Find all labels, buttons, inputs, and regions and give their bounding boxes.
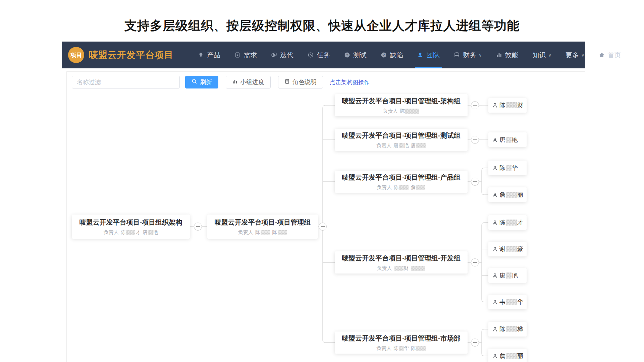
redacted-text bbox=[416, 143, 426, 148]
owner-label: 负责人 bbox=[377, 184, 392, 191]
name-text: 詹 bbox=[499, 352, 505, 360]
redacted-text bbox=[405, 109, 419, 113]
member-card[interactable]: 陈才 bbox=[488, 215, 527, 230]
redacted-text bbox=[416, 346, 426, 351]
group-title: 唛盟云开发平台项目-项目管理组-架构组 bbox=[342, 97, 460, 106]
collapse-toggle[interactable] bbox=[471, 136, 479, 144]
redacted-text bbox=[399, 185, 409, 190]
redacted-text bbox=[506, 326, 517, 332]
redacted-text bbox=[399, 346, 404, 351]
name-text: 陈 bbox=[499, 164, 505, 172]
member-icon bbox=[492, 246, 498, 252]
name-text: 唐 bbox=[143, 229, 148, 235]
name-text: 财 bbox=[517, 101, 523, 109]
redacted-text bbox=[506, 192, 517, 197]
member-card[interactable]: 詹丽 bbox=[488, 349, 527, 362]
leader-name: 陈华 bbox=[393, 345, 409, 352]
collapse-toggle[interactable] bbox=[471, 258, 479, 266]
owner-label: 负责人 bbox=[383, 108, 398, 114]
owner-label: 负责人 bbox=[376, 345, 391, 352]
member-card[interactable]: 陈财 bbox=[488, 98, 527, 113]
name-text: 陈 bbox=[255, 229, 260, 235]
name-text: 华 bbox=[512, 164, 518, 172]
name-text: 丽 bbox=[517, 191, 523, 199]
leader-name: 唐艳 bbox=[393, 142, 409, 149]
redacted-text bbox=[506, 102, 517, 108]
redacted-text bbox=[394, 266, 404, 270]
name-text: 华 bbox=[517, 298, 523, 306]
name-text: 谢 bbox=[499, 245, 505, 253]
manager-group-node[interactable]: 唛盟云开发平台项目-项目管理组负责人陈陈 bbox=[207, 215, 318, 239]
group-title: 唛盟云开发平台项目-项目管理组-产品组 bbox=[342, 173, 460, 182]
redacted-text bbox=[148, 230, 153, 235]
name-text: 艳 bbox=[404, 142, 409, 148]
name-text: 詹 bbox=[411, 184, 416, 190]
group-leaders: 负责人财 bbox=[377, 265, 426, 272]
name-text: 陈 bbox=[400, 108, 405, 114]
redacted-text bbox=[506, 137, 512, 142]
member-card[interactable]: 谢豪 bbox=[488, 242, 527, 256]
name-text: 唐 bbox=[499, 136, 505, 144]
name-text: 陈 bbox=[499, 325, 505, 333]
name-text: 财 bbox=[404, 265, 409, 271]
group-leaders: 负责人陈詹 bbox=[377, 184, 426, 191]
redacted-text bbox=[506, 220, 517, 225]
leader-name: 陈 bbox=[400, 108, 419, 114]
group-node[interactable]: 唛盟云开发平台项目-项目管理组-市场部负责人陈华陈 bbox=[335, 331, 468, 354]
redacted-text bbox=[506, 165, 512, 171]
collapse-toggle[interactable] bbox=[471, 101, 479, 109]
redacted-text bbox=[506, 353, 517, 359]
name-text: 詹 bbox=[499, 191, 505, 199]
group-leaders: 负责人唐艳唐 bbox=[376, 142, 426, 149]
name-text: 韦 bbox=[499, 298, 505, 306]
member-name: 唐艳 bbox=[499, 136, 518, 144]
member-card[interactable]: 詹丽 bbox=[488, 187, 527, 202]
group-title: 唛盟云开发平台项目-项目管理组-开发组 bbox=[342, 254, 460, 263]
collapse-toggle[interactable] bbox=[319, 223, 327, 231]
leader-name: 唐艳 bbox=[143, 229, 158, 236]
collapse-toggle[interactable] bbox=[471, 178, 479, 186]
group-title: 唛盟云开发平台项目-项目管理组-测试组 bbox=[342, 131, 460, 140]
member-card[interactable]: 韦华 bbox=[488, 295, 527, 309]
member-card[interactable]: 陈桦 bbox=[488, 322, 527, 337]
group-node[interactable]: 唛盟云开发平台项目-项目管理组-产品组负责人陈詹 bbox=[335, 171, 468, 193]
name-text: 陈 bbox=[393, 345, 398, 351]
owner-label: 负责人 bbox=[377, 265, 392, 272]
leader-name: 詹 bbox=[411, 184, 426, 191]
group-leaders: 负责人陈才唐艳 bbox=[104, 229, 158, 236]
name-text: 才 bbox=[136, 229, 141, 235]
group-leaders: 负责人陈 bbox=[383, 108, 419, 114]
member-icon bbox=[492, 299, 498, 305]
redacted-text bbox=[506, 299, 517, 305]
member-name: 唐艳 bbox=[499, 272, 518, 280]
member-icon bbox=[492, 165, 498, 171]
name-text: 艳 bbox=[512, 272, 518, 280]
member-name: 陈华 bbox=[499, 164, 518, 172]
member-name: 詹丽 bbox=[499, 352, 523, 360]
group-node[interactable]: 唛盟云开发平台项目-项目管理组-开发组负责人财 bbox=[335, 251, 468, 274]
name-text: 陈 bbox=[272, 229, 277, 235]
root-org-node[interactable]: 唛盟云开发平台项目-项目组织架构负责人陈才唐艳 bbox=[72, 215, 190, 239]
group-node[interactable]: 唛盟云开发平台项目-项目管理组-测试组负责人唐艳唐 bbox=[335, 129, 468, 151]
group-title: 唛盟云开发平台项目-项目管理组-市场部 bbox=[342, 334, 460, 343]
leader-name: 陈才 bbox=[121, 229, 141, 236]
collapse-toggle[interactable] bbox=[471, 339, 479, 347]
leader-name: 陈 bbox=[272, 229, 287, 236]
org-chart-connectors bbox=[0, 0, 644, 362]
name-text: 艳 bbox=[512, 136, 518, 144]
member-card[interactable]: 唐艳 bbox=[488, 268, 527, 283]
redacted-text bbox=[261, 230, 270, 235]
owner-label: 负责人 bbox=[238, 229, 253, 236]
name-text: 唐 bbox=[499, 272, 505, 280]
collapse-toggle[interactable] bbox=[194, 223, 202, 231]
redacted-text bbox=[126, 230, 136, 235]
leader-name bbox=[411, 265, 425, 271]
group-leaders: 负责人陈华陈 bbox=[376, 345, 426, 352]
member-card[interactable]: 陈华 bbox=[488, 161, 527, 175]
redacted-text bbox=[411, 266, 425, 271]
owner-label: 负责人 bbox=[376, 142, 391, 149]
member-card[interactable]: 唐艳 bbox=[488, 132, 527, 147]
member-name: 陈桦 bbox=[499, 325, 523, 333]
group-node[interactable]: 唛盟云开发平台项目-项目管理组-架构组负责人陈 bbox=[335, 94, 468, 116]
redacted-text bbox=[278, 230, 287, 235]
